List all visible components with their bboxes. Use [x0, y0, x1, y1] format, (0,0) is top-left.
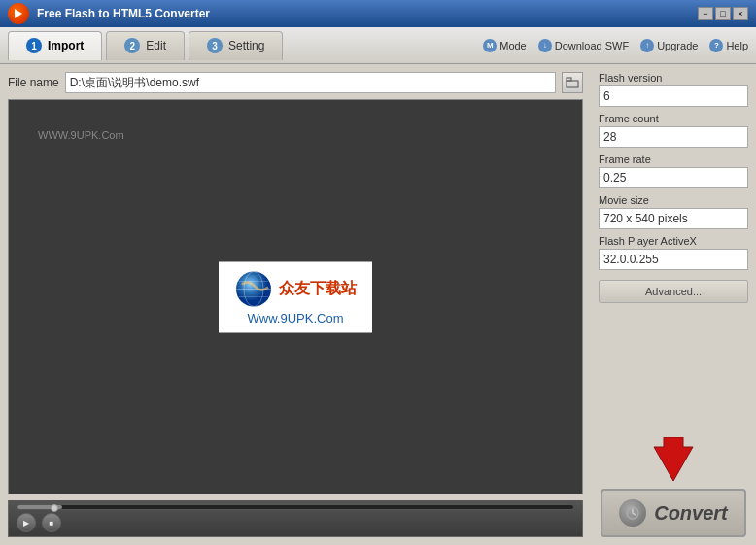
file-name-input[interactable]: D:\桌面\说明书\demo.swf — [65, 72, 556, 93]
help-button[interactable]: ? Help — [709, 39, 748, 52]
maximize-button[interactable]: □ — [715, 7, 731, 20]
activex-group: Flash Player ActiveX 32.0.0.255 — [599, 235, 748, 270]
app-icon — [8, 3, 29, 24]
preview-watermark: 众友下载站 Www.9UPK.Com — [219, 261, 372, 332]
upgrade-button[interactable]: ↑ Upgrade — [640, 39, 698, 52]
progress-handle[interactable] — [51, 504, 58, 512]
svg-marker-8 — [654, 437, 693, 481]
download-icon: ↓ — [538, 39, 552, 52]
help-label: Help — [726, 40, 748, 51]
tab-import[interactable]: 1 Import — [8, 31, 102, 60]
movie-size-value: 720 x 540 pixels — [599, 208, 748, 229]
tab-setting-label: Setting — [228, 39, 264, 52]
browse-button[interactable] — [562, 72, 583, 93]
frame-count-label: Frame count — [599, 113, 748, 124]
video-controls-bar: ▶ ■ — [8, 500, 583, 537]
frame-rate-group: Frame rate 0.25 — [599, 153, 748, 188]
right-panel: Flash version 6 Frame count 28 Frame rat… — [591, 64, 756, 545]
tab-edit-num: 2 — [124, 38, 140, 53]
globe-icon — [234, 269, 273, 308]
progress-bar[interactable] — [17, 504, 574, 510]
play-button[interactable]: ▶ — [17, 513, 36, 532]
frame-rate-value: 0.25 — [599, 167, 748, 188]
close-button[interactable]: × — [733, 7, 748, 20]
arrow-container — [649, 437, 698, 481]
title-bar: Free Flash to HTML5 Converter − □ × — [0, 0, 756, 27]
flash-version-value: 6 — [599, 85, 748, 107]
convert-area: Convert — [599, 437, 748, 537]
watermark-logo: 众友下载站 — [234, 269, 357, 308]
frame-rate-label: Frame rate — [599, 153, 748, 165]
mode-label: Mode — [499, 40, 527, 51]
flash-version-label: Flash version — [599, 72, 748, 84]
convert-label: Convert — [654, 502, 728, 525]
upgrade-icon: ↑ — [640, 39, 654, 52]
video-preview: WWW.9UPK.Com — [8, 99, 583, 494]
controls-row: ▶ ■ — [17, 513, 574, 532]
window-controls: − □ × — [698, 7, 748, 20]
watermark-cn-text: 众友下载站 — [279, 279, 357, 299]
tab-edit-label: Edit — [146, 39, 166, 52]
tab-setting[interactable]: 3 Setting — [189, 31, 283, 60]
minimize-button[interactable]: − — [698, 7, 713, 20]
svg-marker-0 — [15, 9, 22, 18]
convert-button[interactable]: Convert — [601, 489, 746, 537]
svg-rect-2 — [567, 78, 571, 81]
movie-size-label: Movie size — [599, 194, 748, 206]
left-panel: File name D:\桌面\说明书\demo.swf WWW.9UPK.Co… — [0, 64, 591, 545]
watermark-en-text: Www.9UPK.Com — [234, 310, 357, 324]
download-swf-button[interactable]: ↓ Download SWF — [538, 39, 629, 52]
stop-icon: ■ — [50, 519, 54, 528]
mode-icon: M — [483, 39, 497, 52]
toolbar-right: M Mode ↓ Download SWF ↑ Upgrade ? Help — [483, 39, 748, 52]
activex-value: 32.0.0.255 — [599, 249, 748, 270]
window-title: Free Flash to HTML5 Converter — [37, 7, 698, 20]
tab-import-label: Import — [48, 39, 84, 52]
toolbar: 1 Import 2 Edit 3 Setting M Mode ↓ Downl… — [0, 27, 756, 64]
activex-label: Flash Player ActiveX — [599, 235, 748, 247]
frame-count-value: 28 — [599, 126, 748, 148]
tab-import-num: 1 — [26, 38, 42, 53]
main-content: File name D:\桌面\说明书\demo.swf WWW.9UPK.Co… — [0, 64, 756, 545]
upgrade-label: Upgrade — [657, 40, 698, 51]
advanced-button[interactable]: Advanced... — [599, 280, 748, 303]
red-arrow-icon — [649, 437, 698, 481]
help-icon: ? — [709, 39, 723, 52]
preview-url: WWW.9UPK.Com — [38, 129, 124, 141]
tab-setting-num: 3 — [207, 38, 223, 53]
convert-icon — [619, 499, 646, 527]
file-name-label: File name — [8, 76, 59, 89]
tab-edit[interactable]: 2 Edit — [106, 31, 185, 60]
frame-count-group: Frame count 28 — [599, 113, 748, 148]
mode-button[interactable]: M Mode — [483, 39, 527, 52]
play-icon: ▶ — [23, 519, 29, 528]
flash-version-group: Flash version 6 — [599, 72, 748, 107]
download-label: Download SWF — [555, 40, 629, 51]
file-row: File name D:\桌面\说明书\demo.swf — [8, 72, 583, 93]
movie-size-group: Movie size 720 x 540 pixels — [599, 194, 748, 229]
svg-rect-1 — [567, 81, 578, 87]
stop-button[interactable]: ■ — [42, 513, 61, 532]
